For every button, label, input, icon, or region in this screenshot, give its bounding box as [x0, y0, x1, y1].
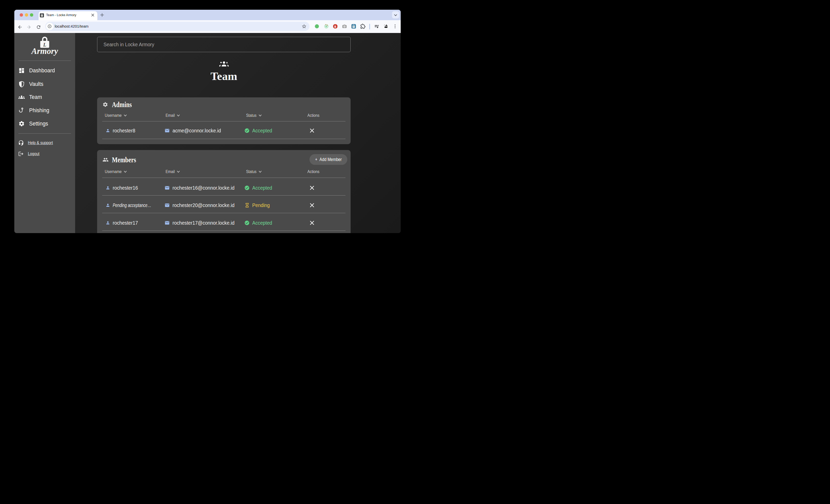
svg-text:L: L: [353, 26, 354, 28]
svg-text:L: L: [41, 15, 42, 17]
